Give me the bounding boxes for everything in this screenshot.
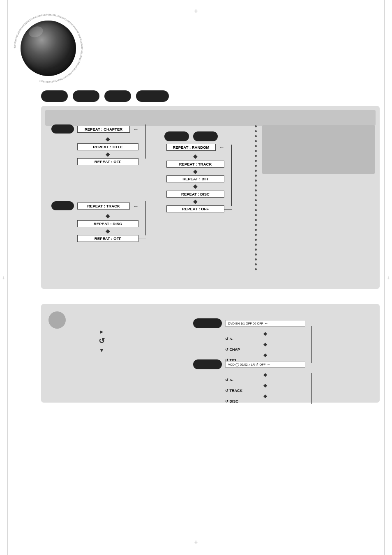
dot-6 xyxy=(255,150,257,152)
page-border-right xyxy=(384,0,385,555)
dvd-status-area: DVD EN 1/1 OFF 00 OFF ← ◆ ↺ A- ◆ ↺ CHAP … xyxy=(193,318,305,363)
play-repeat-group: ► ↺ ▼ xyxy=(99,329,105,353)
dvd-repeat-arrow-1: ◆ xyxy=(225,331,305,336)
vcd-arrow-right: ← xyxy=(267,362,270,366)
bracket-h2 xyxy=(138,239,146,239)
crosshair-left: + xyxy=(2,274,5,281)
cd-bracket-h xyxy=(224,209,232,210)
vcd-repeat-track: ↺ TRACK xyxy=(225,389,305,393)
dot-17 xyxy=(255,204,257,206)
crosshair-bottom: + xyxy=(194,539,198,546)
repeat-chapter-box: REPEAT : CHAPTER xyxy=(77,126,130,133)
dot-25 xyxy=(255,244,257,246)
bracket-v2 xyxy=(145,201,146,235)
dvd-status-oval[interactable] xyxy=(193,318,222,328)
dot-22 xyxy=(255,229,257,231)
repeat-icon: ↺ xyxy=(99,336,105,345)
dot-19 xyxy=(255,214,257,216)
cd-arrow-2: ◆ xyxy=(166,168,224,176)
dot-14 xyxy=(255,189,257,191)
chapter-left-arrow: ← xyxy=(133,126,138,132)
repeat-title-box: REPEAT : TITLE xyxy=(77,143,138,150)
dvd-bracket-h xyxy=(305,363,312,363)
bottom-circle xyxy=(48,311,66,329)
cd-arrow-4: ◆ xyxy=(166,198,224,206)
cd-oval-1[interactable] xyxy=(164,131,189,141)
dot-29 xyxy=(255,263,257,265)
dot-7 xyxy=(255,155,257,157)
repeat-disc-box: REPEAT : DISC xyxy=(77,220,138,227)
dot-2 xyxy=(255,130,257,132)
bracket-v1 xyxy=(145,124,146,159)
page-border-left xyxy=(7,0,8,555)
dvd-bottom-section: REPEAT : TRACK ← ◆ REPEAT : DISC ◆ REPEA… xyxy=(51,201,138,242)
dvd-arrow-right: ← xyxy=(264,321,268,325)
dot-23 xyxy=(255,234,257,236)
cd-oval-2[interactable] xyxy=(193,131,218,141)
oval-btn-2[interactable] xyxy=(73,90,99,102)
oval-btn-3[interactable] xyxy=(104,90,131,102)
crosshair-top: + xyxy=(194,7,198,15)
oval-btn-4[interactable] xyxy=(136,90,169,102)
main-header-bar xyxy=(45,110,376,126)
vcd-status-bar: VCD ◯ 02/02 ♪ LR ↺ OFF ← xyxy=(225,361,305,368)
dot-11 xyxy=(255,175,257,177)
dot-18 xyxy=(255,209,257,211)
dvd-repeat-a: ↺ A- xyxy=(225,337,305,341)
dvd-chapter-oval[interactable] xyxy=(51,124,74,134)
dvd-label: DVD EN 1/1 OFF 00 OFF xyxy=(228,322,263,325)
dot-3 xyxy=(255,135,257,137)
arrow-down-2: ◆ xyxy=(77,150,138,159)
play-icon: ► xyxy=(99,329,104,335)
vcd-bracket-h xyxy=(305,404,312,404)
dot-4 xyxy=(255,140,257,142)
dot-28 xyxy=(255,258,257,260)
crosshair-right: + xyxy=(387,274,390,281)
repeat-off-box-1: REPEAT : OFF xyxy=(77,158,138,165)
repeat-track-box: REPEAT : TRACK xyxy=(77,203,130,210)
dot-9 xyxy=(255,165,257,167)
track-left-arrow: ← xyxy=(133,203,138,209)
dot-30 xyxy=(255,268,257,270)
dvd-top-section: REPEAT : CHAPTER ← ◆ REPEAT : TITLE ◆ RE… xyxy=(51,124,138,165)
arrow-down-4: ◆ xyxy=(77,227,138,235)
dvd-track-oval[interactable] xyxy=(51,201,74,210)
vcd-repeat-disc: ↺ DISC xyxy=(225,399,305,403)
dot-10 xyxy=(255,170,257,172)
dot-13 xyxy=(255,184,257,187)
arrow-down-3: ◆ xyxy=(77,212,138,220)
repeat-track-cd-box: REPEAT : TRACK xyxy=(166,161,224,168)
cd-bracket-v xyxy=(231,145,232,206)
arrow-down-1: ◆ xyxy=(77,135,138,143)
vcd-repeat-arrow-1: ◆ xyxy=(225,372,305,378)
vcd-repeat-items: ◆ ↺ A- ◆ ↺ TRACK ◆ ↺ DISC xyxy=(225,372,305,404)
vcd-label: VCD ◯ 02/02 ♪ LR ↺ OFF xyxy=(228,363,265,366)
dot-27 xyxy=(255,253,257,256)
cd-section: REPEAT : RANDOM ← ◆ REPEAT : TRACK ◆ REP… xyxy=(166,144,224,212)
repeat-dir-box: REPEAT : DIR xyxy=(166,175,224,182)
vcd-status-oval[interactable] xyxy=(193,359,222,369)
oval-btn-1[interactable] xyxy=(41,90,68,102)
info-panel xyxy=(262,125,375,174)
cd-oval-buttons xyxy=(164,131,218,141)
dvd-repeat-items: ◆ ↺ A- ◆ ↺ CHAP ◆ ↺ TITL xyxy=(225,331,305,363)
repeat-off-cd-box: REPEAT : OFF xyxy=(166,205,224,212)
dot-16 xyxy=(255,199,257,201)
oval-buttons-top-row xyxy=(41,90,169,102)
dvd-bracket-v xyxy=(311,326,312,363)
random-left-arrow: ← xyxy=(219,144,224,150)
vcd-repeat-arrow-3: ◆ xyxy=(225,393,305,399)
down-triangle-icon: ▼ xyxy=(99,347,104,353)
dot-1 xyxy=(255,125,257,127)
vcd-repeat-a: ↺ A- xyxy=(225,378,305,382)
dot-24 xyxy=(255,239,257,241)
repeat-disc-cd-box: REPEAT : DISC xyxy=(166,191,224,198)
cd-arrow-1: ◆ xyxy=(166,152,224,161)
repeat-random-box: REPEAT : RANDOM xyxy=(166,144,216,151)
dvd-repeat-arrow-3: ◆ xyxy=(225,352,305,358)
dvd-repeat-chap: ↺ CHAP xyxy=(225,348,305,352)
dot-20 xyxy=(255,219,257,221)
dot-15 xyxy=(255,194,257,196)
dvd-repeat-arrow-2: ◆ xyxy=(225,341,305,347)
vcd-status-area: VCD ◯ 02/02 ♪ LR ↺ OFF ← ◆ ↺ A- ◆ ↺ TRAC… xyxy=(193,359,305,404)
